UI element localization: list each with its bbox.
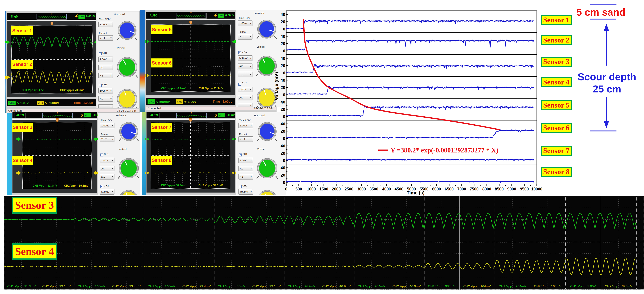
svg-text:CH1:Vpp = 31.3mV: CH1:Vpp = 31.3mV [7, 284, 36, 288]
svg-text:CH2:Vpp = 23.4mV: CH2:Vpp = 23.4mV [112, 284, 141, 288]
svg-text:2500: 2500 [344, 187, 353, 191]
svg-text:20: 20 [280, 173, 285, 178]
svg-text:Y =380.2* exp(-0.0001292873277: Y =380.2* exp(-0.0001292873277 * X) [390, 146, 498, 154]
svg-text:7000: 7000 [457, 187, 466, 191]
svg-text:9500: 9500 [520, 187, 529, 191]
svg-text:CH2:Vpp = 164mV: CH2:Vpp = 164mV [534, 284, 562, 288]
svg-text:2000: 2000 [332, 187, 340, 191]
svg-text:CH2:Vpp = 164mV: CH2:Vpp = 164mV [464, 284, 491, 288]
svg-text:CH2:Vpp = 39.1mV: CH2:Vpp = 39.1mV [42, 284, 71, 288]
svg-text:0: 0 [285, 187, 288, 191]
svg-text:CH1:Vpp = 140mV: CH1:Vpp = 140mV [78, 284, 105, 288]
svg-text:CH1:Vpp = 140mV: CH1:Vpp = 140mV [148, 284, 175, 288]
svg-text:0: 0 [283, 180, 285, 185]
svg-text:CH1:Vpp = 984mV: CH1:Vpp = 984mV [358, 284, 385, 288]
svg-text:Time (s): Time (s) [406, 190, 424, 196]
svg-text:CH1:Vpp = 984mV: CH1:Vpp = 984mV [428, 284, 456, 288]
svg-text:7500: 7500 [470, 187, 478, 191]
svg-text:CH2:Vpp = 320mV: CH2:Vpp = 320mV [605, 284, 632, 288]
svg-text:3000: 3000 [357, 187, 366, 191]
svg-text:6500: 6500 [445, 187, 454, 191]
svg-text:3500: 3500 [369, 187, 378, 191]
svg-text:1000: 1000 [307, 187, 316, 191]
svg-text:4500: 4500 [394, 187, 403, 191]
svg-text:9000: 9000 [507, 187, 516, 191]
svg-text:8500: 8500 [495, 187, 504, 191]
svg-text:CH1:Vpp = 984mV: CH1:Vpp = 984mV [499, 284, 526, 288]
svg-text:40: 40 [280, 166, 285, 170]
svg-text:CH1:Vpp = 937mV: CH1:Vpp = 937mV [288, 284, 315, 288]
svg-text:CH2:Vpp = 23.4mV: CH2:Vpp = 23.4mV [182, 284, 211, 288]
svg-text:CH2:Vpp = 39.1mV: CH2:Vpp = 39.1mV [252, 284, 281, 288]
svg-text:500: 500 [296, 187, 302, 191]
svg-text:4000: 4000 [382, 187, 391, 191]
svg-text:CH1:Vpp = 406mV: CH1:Vpp = 406mV [218, 284, 245, 288]
svg-text:20: 20 [280, 151, 285, 156]
svg-text:CH1:Vpp = 1.00V: CH1:Vpp = 1.00V [570, 284, 596, 288]
svg-text:0: 0 [283, 158, 285, 163]
svg-text:10000: 10000 [531, 187, 542, 191]
svg-text:CH2:Vpp = 46.9mV: CH2:Vpp = 46.9mV [322, 284, 351, 288]
svg-text:6000: 6000 [432, 187, 441, 191]
svg-text:8000: 8000 [482, 187, 491, 191]
svg-text:1500: 1500 [319, 187, 328, 191]
svg-text:CH2:Vpp = 46.9mV: CH2:Vpp = 46.9mV [392, 284, 421, 288]
svg-text:40: 40 [280, 143, 285, 148]
